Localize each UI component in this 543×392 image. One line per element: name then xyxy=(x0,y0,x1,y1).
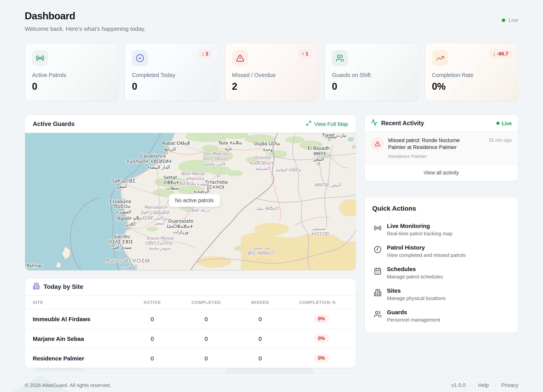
quick-action-schedules[interactable]: Schedules Manage patrol schedules xyxy=(372,262,510,284)
svg-text:ⵙⵟⵟⴰⵜ: ⵙⵟⵟⴰⵜ xyxy=(164,180,179,185)
building-icon xyxy=(374,287,382,298)
stat-label: Completed Today xyxy=(132,72,211,78)
quick-action-live-monitoring[interactable]: Live Monitoring Real-time patrol trackin… xyxy=(372,219,510,240)
svg-text:أسفي: أسفي xyxy=(154,220,165,226)
stat-value: 0 xyxy=(132,81,211,92)
live-badge: Live xyxy=(496,120,512,126)
triangle-alert-icon xyxy=(232,50,248,66)
svg-text:ⴱⵏⵉ ⵄⴱⴱⴰⵙ: ⴱⵏⵉ ⵄⴱⴱⴰⵙ xyxy=(247,251,274,255)
circle-check-icon xyxy=(132,50,148,66)
svg-text:Maroc ⵍⵎⵖⵔⵉⴱ: Maroc ⵍⵎⵖⵔⵉⴱ xyxy=(105,258,150,264)
stat-label: Completion Rate xyxy=(432,72,511,78)
svg-text:Ouarzazate: Ouarzazate xyxy=(168,219,193,224)
stat-value: 0% xyxy=(432,81,511,92)
recent-activity-panel: Recent Activity Live Miss xyxy=(364,114,518,182)
stat-value: 0 xyxy=(32,81,111,92)
completion-badge: 0% xyxy=(314,334,329,343)
svg-text:ⴼⴰⵙ-ⵎⴽⵏⴰⵙ: ⴼⴰⵙ-ⵎⴽⵏⴰⵙ xyxy=(202,156,227,161)
svg-text:El Bayadh: El Bayadh xyxy=(308,146,330,151)
activity-time: 55 min ago xyxy=(489,137,512,151)
view-full-map-link[interactable]: View Full Map xyxy=(306,121,348,127)
arrow-down-icon: ↓ xyxy=(493,51,495,57)
svg-text:Khénifra: Khénifra xyxy=(186,176,204,181)
column-header: Missed xyxy=(233,296,287,309)
page-header: Dashboard Welcome back. Here's what's ha… xyxy=(25,0,518,32)
patrol-map[interactable]: Rabat ⵔⴱⴰⵟالرباطCasablancaⵜⴰⴷⴷⴰⵔⵜ ⵜⵓⵎⵍⵉⵍ… xyxy=(25,133,356,270)
svg-text:وجدة: وجدة xyxy=(263,147,272,152)
privacy-link[interactable]: Privacy xyxy=(501,382,518,388)
svg-text:Casablanca: Casablanca xyxy=(140,154,166,159)
triangle-alert-icon xyxy=(371,137,384,150)
stat-card-active-patrols: Active Patrols 0 xyxy=(25,43,119,101)
quick-action-patrol-history[interactable]: Patrol History View completed and missed… xyxy=(372,240,510,262)
svg-text:سطات: سطات xyxy=(166,185,179,190)
svg-text:أسفي: أسفي xyxy=(116,183,127,189)
quick-action-guards[interactable]: Guards Personnel management xyxy=(372,305,510,327)
column-header: Completion % xyxy=(287,296,356,309)
table-header-row: Site Active Completed Missed Completion … xyxy=(25,296,356,309)
stats-row: Active Patrols 0 ↓ 2 Completed Today 0 ↑… xyxy=(25,43,518,101)
panel-title: Recent Activity xyxy=(381,120,424,127)
svg-text:Taza ⵜⴰⵣⴰ: Taza ⵜⴰⵣⴰ xyxy=(218,140,242,145)
column-header: Active xyxy=(125,296,179,309)
svg-text:البيض: البيض xyxy=(313,156,324,162)
panel-title: Active Guards xyxy=(33,120,74,127)
svg-text:فاس-مكناس: فاس-مكناس xyxy=(203,161,225,166)
svg-text:ⵜⵉⵎⵉⵎⵓⵏ: ⵜⵉⵎⵉⵎⵓⵏ xyxy=(311,232,329,236)
radio-waves-icon xyxy=(374,223,382,233)
no-active-patrols-overlay: No active patrols xyxy=(169,194,220,207)
svg-text:Souss-Massa: Souss-Massa xyxy=(146,236,174,240)
view-all-activity-link[interactable]: View all activity xyxy=(365,165,518,181)
svg-text:ⵅⵏⵉⴼⵕⴰ خنيفرة: ⵅⵏⵉⴼⵕⴰ خنيفرة xyxy=(179,181,209,186)
svg-text:الصويرة: الصويرة xyxy=(116,209,131,215)
stat-label: Active Patrols xyxy=(32,72,111,78)
table-row[interactable]: Marjane Ain Sebaa 0 0 0 0% xyxy=(25,329,356,348)
stat-label: Missed / Overdue xyxy=(232,72,311,78)
svg-text:الرباط: الرباط xyxy=(164,147,176,152)
svg-text:النعامة ⵏⵄⴰⵎⴰ: النعامة ⵏⵄⴰⵎⴰ xyxy=(276,167,301,172)
help-link[interactable]: Help xyxy=(478,382,489,388)
clock-icon xyxy=(374,244,382,255)
svg-text:تازة: تازة xyxy=(225,146,232,151)
completion-badge: 0% xyxy=(314,315,329,323)
svg-text:ⵜⴰⵏⴳⵎⵓⴹⴰⵏⵜ: ⵜⴰⵏⴳⵎⵓⴹⴰⵏⵜ xyxy=(249,160,274,166)
completion-badge: 0% xyxy=(314,354,329,362)
activity-item[interactable]: Missed patrol: Ronde Nocturne Palmier at… xyxy=(365,132,518,165)
panel-title: Today by Site xyxy=(44,283,83,290)
svg-text:ورزازات: ورزازات xyxy=(173,229,188,235)
svg-text:ⵙⵉⴷⵉ ⵉⴼⵏⵉ: ⵙⵉⴷⵉ ⵉⴼⵏⵉ xyxy=(108,239,133,244)
stat-card-completed-today: ↓ 2 Completed Today 0 xyxy=(125,43,219,101)
svg-text:الرشيدية: الرشيدية xyxy=(193,188,209,194)
svg-text:بني عباس: بني عباس xyxy=(252,245,270,250)
copyright: © 2026 AtlasGuard. All rights reserved. xyxy=(25,382,111,388)
stat-value: 2 xyxy=(232,81,311,92)
svg-text:Marrakech-: Marrakech- xyxy=(144,205,168,210)
svg-text:ⵍⴱⵢⴹ: ⵍⴱⵢⴹ xyxy=(313,151,326,156)
svg-text:Tiaret تيارت: Tiaret تيارت xyxy=(322,133,346,138)
svg-text:Sidi Ifni: Sidi Ifni xyxy=(113,234,130,239)
svg-text:ⴰⵙⴼⵉ مراكش-: ⴰⵙⴼⵉ مراكش- xyxy=(140,216,169,221)
trend-badge: ↓ -66.7 xyxy=(489,49,512,58)
svg-text:ⵙⵓⵙ-ⵎⴰⵙⵙⴰ: ⵙⵓⵙ-ⵎⴰⵙⵙⴰ xyxy=(145,241,173,245)
live-dot-icon xyxy=(496,122,499,125)
dashboard-page: Dashboard Welcome back. Here's what's ha… xyxy=(0,0,543,392)
trend-badge: ↓ 2 xyxy=(198,49,212,58)
quick-actions-panel: Quick Actions Live Monitoring Real-time … xyxy=(364,197,518,333)
svg-text:Palmas: Palmas xyxy=(27,263,42,268)
users-icon xyxy=(374,309,382,320)
table-row[interactable]: Immeuble Al Firdaws 0 0 0 0% xyxy=(25,309,356,329)
live-status: Live xyxy=(502,17,518,23)
svg-text:بشار ⴱⵛⴰⵔ: بشار ⴱⵛⴰⵔ xyxy=(255,206,278,211)
table-row[interactable]: Residence Palmier 0 0 0 0% xyxy=(25,348,356,368)
svg-text:درعة تافيلالت: درعة تافيلالت xyxy=(185,208,209,213)
svg-text:Oujda ⵡⵊⴷⴰ: Oujda ⵡⵊⴷⴰ xyxy=(254,141,280,146)
svg-text:ⵚⵡⵉⵔⴰ: ⵚⵡⵉⵔⴰ xyxy=(113,204,130,209)
version-label: v1.0.0 xyxy=(451,382,465,388)
users-icon xyxy=(332,50,348,66)
svg-text:Béni Mellal-: Béni Mellal- xyxy=(181,171,206,176)
activity-icon xyxy=(371,119,378,127)
stat-card-missed-overdue: ↑ 1 Missed / Overdue 2 xyxy=(225,43,318,101)
column-header: Completed xyxy=(179,296,233,309)
building-icon xyxy=(33,283,40,291)
quick-action-sites[interactable]: Sites Manage physical locations xyxy=(372,284,510,305)
